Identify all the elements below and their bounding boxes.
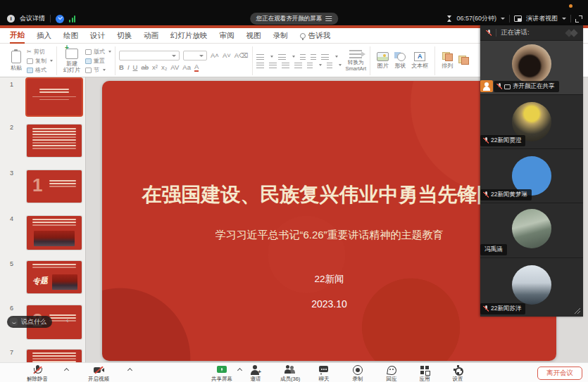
- settings-button[interactable]: 设置: [452, 365, 463, 382]
- security-shield-icon[interactable]: [56, 15, 64, 23]
- share-options-chevron[interactable]: [237, 368, 242, 373]
- slide-thumbnail-4[interactable]: [27, 216, 82, 250]
- align-right-icon[interactable]: [282, 63, 289, 68]
- participant-tile-sharer[interactable]: 齐开颜正在共享: [480, 41, 583, 94]
- share-screen-icon: [216, 365, 227, 375]
- picture-button[interactable]: 图片: [374, 52, 392, 69]
- speaking-label: 正在讲话:: [501, 28, 530, 37]
- tab-review[interactable]: 审阅: [220, 28, 234, 43]
- view-dropdown-caret[interactable]: [562, 18, 566, 20]
- danmaku-input-pill[interactable]: 说点什么: [7, 316, 52, 328]
- tab-draw[interactable]: 绘图: [63, 28, 78, 43]
- shapes-button[interactable]: 形状: [392, 52, 408, 69]
- panel-layout-icon[interactable]: [566, 30, 577, 37]
- apps-button[interactable]: 应用: [419, 365, 430, 382]
- thumb-number: 1: [10, 81, 13, 88]
- format-painter-button[interactable]: 格式: [27, 66, 53, 74]
- timer-dropdown-caret[interactable]: [501, 18, 505, 20]
- tab-slideshow[interactable]: 幻灯片放映: [170, 28, 208, 43]
- record-button[interactable]: 录制: [352, 365, 363, 382]
- slide-thumbnail-1[interactable]: [27, 79, 82, 115]
- slide-thumbnail-3[interactable]: 1: [27, 170, 82, 203]
- mute-options-chevron[interactable]: [64, 368, 69, 373]
- tab-animations[interactable]: 动画: [144, 28, 158, 43]
- leave-meeting-button[interactable]: 离开会议: [537, 367, 582, 380]
- video-options-chevron[interactable]: [127, 368, 132, 373]
- meeting-timer[interactable]: 06:57(60分钟): [456, 14, 496, 23]
- section-button[interactable]: 节: [85, 66, 111, 74]
- participant-name-tag: 22新闻苏洋: [480, 303, 525, 314]
- tab-view[interactable]: 视图: [246, 28, 261, 43]
- tab-tell-me[interactable]: 告诉我: [300, 28, 331, 43]
- subscript-button[interactable]: x₂: [161, 63, 167, 71]
- invite-button[interactable]: + 邀请: [250, 365, 261, 382]
- copy-button[interactable]: 复制: [27, 57, 53, 65]
- columns-icon[interactable]: [307, 63, 313, 68]
- cut-button[interactable]: ✂ 剪切: [27, 48, 53, 56]
- text-direction-icon[interactable]: [327, 63, 332, 68]
- new-slide-button[interactable]: 新建 幻灯片: [61, 49, 83, 73]
- increase-indent-icon[interactable]: [311, 54, 316, 60]
- tab-transitions[interactable]: 切换: [117, 28, 132, 43]
- participants-panel: 正在讲话: 齐开颜正在共享 22新闻贾澄 22新闻黄梦琳: [480, 25, 583, 317]
- underline-button[interactable]: U: [133, 63, 138, 71]
- font-name-select[interactable]: [119, 51, 180, 61]
- panel-resize-handle[interactable]: [573, 307, 580, 314]
- reset-button[interactable]: 重置: [85, 57, 111, 65]
- participant-tile[interactable]: 22新闻黄梦琳: [480, 148, 583, 203]
- font-color-button[interactable]: A: [194, 63, 199, 72]
- arrange-icon: [442, 52, 453, 61]
- muted-mic-icon: [483, 191, 489, 198]
- participant-tile[interactable]: 冯禹涵: [480, 203, 583, 257]
- numbering-icon[interactable]: [278, 54, 286, 60]
- bold-button[interactable]: B: [119, 63, 124, 71]
- layout-button[interactable]: 版式: [85, 48, 111, 56]
- grow-font-button[interactable]: A˄: [211, 51, 219, 59]
- convert-smartart-button[interactable]: 转换为 SmartArt: [346, 50, 367, 72]
- tab-insert[interactable]: 插入: [37, 28, 51, 43]
- danmaku-collapse-arrow[interactable]: ‹: [66, 317, 68, 324]
- lightbulb-icon: [300, 33, 306, 39]
- align-center-icon[interactable]: [269, 63, 277, 68]
- change-case-button[interactable]: Aa: [182, 63, 191, 71]
- char-spacing-button[interactable]: AV: [170, 63, 179, 71]
- emoji-face-icon: [10, 318, 18, 326]
- quick-styles-button[interactable]: [456, 56, 472, 66]
- tab-design[interactable]: 设计: [90, 28, 105, 43]
- view-mode-button[interactable]: 演讲者视图: [526, 14, 558, 23]
- clear-format-button[interactable]: A⌫: [234, 51, 249, 59]
- font-size-select[interactable]: [183, 51, 207, 61]
- decrease-indent-icon[interactable]: [300, 54, 306, 60]
- slide-thumbnail-5[interactable]: 专题: [27, 261, 82, 293]
- network-signal-icon[interactable]: [69, 15, 75, 23]
- italic-button[interactable]: I: [127, 63, 130, 71]
- shrink-font-button[interactable]: A˅: [223, 51, 231, 59]
- members-button[interactable]: 成员(36): [280, 365, 300, 382]
- strikethrough-button[interactable]: ab: [141, 63, 149, 71]
- slide-thumbnail-2[interactable]: [27, 125, 82, 157]
- superscript-button[interactable]: x²: [152, 63, 158, 71]
- arrange-button[interactable]: 排列: [439, 52, 456, 69]
- participant-tile[interactable]: 22新闻苏洋: [480, 257, 583, 317]
- watching-screen-pill[interactable]: 您正在观看齐开颜的屏幕: [250, 13, 339, 25]
- tab-record[interactable]: 录制: [273, 28, 288, 43]
- menu-lines-icon: [325, 16, 332, 21]
- align-left-icon[interactable]: [256, 63, 264, 68]
- start-video-button[interactable]: 开启视频: [88, 365, 109, 382]
- meeting-details-button[interactable]: 会议详情: [20, 14, 45, 23]
- textbox-button[interactable]: A 文本框: [408, 52, 431, 69]
- tab-home[interactable]: 开始: [10, 27, 25, 44]
- unmute-button[interactable]: 解除静音: [27, 365, 48, 382]
- line-spacing-icon[interactable]: [321, 54, 329, 60]
- justify-icon[interactable]: [294, 63, 302, 68]
- paste-button[interactable]: 粘贴: [8, 51, 25, 71]
- reactions-button[interactable]: 回应: [386, 365, 397, 382]
- bullets-icon[interactable]: [256, 54, 264, 60]
- fullscreen-expand-icon[interactable]: [575, 15, 582, 23]
- share-screen-button[interactable]: 共享屏幕: [211, 365, 232, 382]
- quick-styles-icon: [458, 56, 469, 65]
- muted-mic-icon: [483, 137, 489, 144]
- chat-button[interactable]: 聊天: [318, 365, 330, 382]
- participant-tile[interactable]: 22新闻贾澄: [480, 94, 583, 148]
- slide-thumbnail-7[interactable]: [27, 350, 82, 362]
